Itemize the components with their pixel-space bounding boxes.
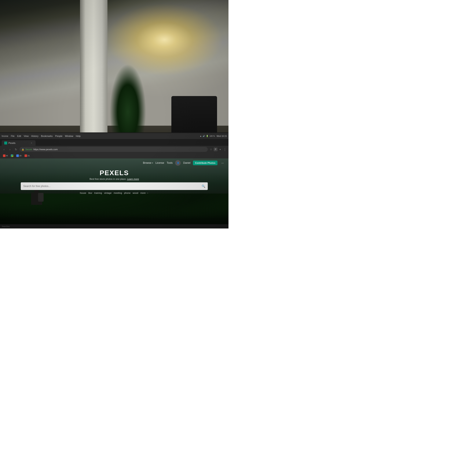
search-box[interactable]: 🔍 [21,182,208,190]
bookmark-star-icon[interactable]: ☆ [209,147,213,151]
back-button[interactable]: ‹ [2,147,6,152]
menu-window[interactable]: Window [65,135,73,137]
browse-dropdown-arrow: ▾ [152,162,153,164]
address-bar-row: ‹ › ↻ 🔒 Secure https://www.pexels.com ☆ … [0,146,228,153]
tab-title: Pexels [8,142,16,144]
secure-label: Secure [25,148,32,151]
refresh-button[interactable]: ↻ [14,147,18,152]
calendar-favicon [16,154,19,157]
suggestion-house[interactable]: house [80,192,86,194]
menu-bookmarks[interactable]: Bookmarks [41,135,53,137]
forward-button[interactable]: › [8,147,12,152]
menu-dots-icon[interactable]: ⋮ [223,147,227,151]
tab-bar: Pexels × [0,139,228,146]
browser-window: hrome File Edit View History Bookmarks P… [0,133,228,228]
drive-favicon [11,154,13,157]
monitor-bezel: hrome File Edit View History Bookmarks P… [0,133,228,228]
plant [110,64,146,144]
gmail-favicon [3,154,5,157]
menu-file[interactable]: File [11,135,15,137]
subtitle-text: Best free stock photos in one place. [89,178,126,180]
chrome-os-bar: hrome File Edit View History Bookmarks P… [0,133,228,139]
battery-percent: 100 % [209,135,215,137]
pexels-nav-links: Browse ▾ License Tools 👤 Daniel Contribu… [143,160,225,166]
chrome-menu-items: hrome File Edit View History Bookmarks P… [2,135,81,137]
contribute-photos-button[interactable]: Contribute Photos [193,161,218,165]
clock: Wed 16:15 [217,135,227,137]
menu-history[interactable]: History [31,135,38,137]
browse-label: Browse [143,161,152,164]
battery-icon: 🔋 [206,135,208,137]
bottom-bar-text: Searches [2,225,10,227]
browse-nav-link[interactable]: Browse ▾ [143,161,153,164]
suggestion-vintage[interactable]: vintage [104,192,112,194]
pexels-logo: PEXELS [100,169,129,177]
address-field[interactable]: 🔒 Secure https://www.pexels.com [19,147,208,152]
address-toolbar-right: ☆ P ♥ ⋮ [209,147,227,151]
suggestion-phone[interactable]: phone [124,192,131,194]
suggestion-training[interactable]: training [94,192,102,194]
wifi-icon: ▲ [200,135,202,137]
url-display[interactable]: https://www.pexels.com [34,148,58,151]
search-input[interactable] [23,185,200,188]
tools-nav-link[interactable]: Tools [167,161,173,164]
volume-icon: 🔊 [203,135,205,137]
extension-icon-1[interactable]: P [214,147,218,151]
bookmarks-bar: M 20 21 [0,153,228,158]
suggestion-meeting[interactable]: meeting [114,192,122,194]
menu-edit[interactable]: Edit [17,135,21,137]
pexels-website: Browse ▾ License Tools 👤 Daniel Contribu… [0,158,228,228]
nav-more-button[interactable]: ··· [220,160,225,165]
bookmark-calendar[interactable]: 20 [15,153,23,158]
menu-view[interactable]: View [24,135,29,137]
menu-people[interactable]: People [55,135,62,137]
menu-chrome[interactable]: hrome [2,135,8,137]
status-icons: ▲ 🔊 🔋 100 % [200,135,215,137]
search-suggestions: house blur training vintage meeting phon… [21,192,208,194]
tab-close-button[interactable]: × [30,141,33,144]
learn-more-link[interactable]: Learn more [127,178,139,180]
hero-content: PEXELS Best free stock photos in one pla… [0,169,228,194]
tab-favicon [4,141,7,144]
bookmark-todoist[interactable]: 21 [23,153,31,158]
search-icon: 🔍 [202,185,205,188]
chrome-right-items: ▲ 🔊 🔋 100 % Wed 16:15 [200,135,227,137]
user-avatar[interactable]: 👤 [175,160,181,166]
suggestion-blur[interactable]: blur [88,192,92,194]
bookmark-drive[interactable] [10,153,15,158]
bookmark-gmail[interactable]: M [2,153,9,158]
license-nav-link[interactable]: License [155,161,164,164]
active-tab[interactable]: Pexels × [2,140,35,146]
pillar [80,0,107,149]
todoist-favicon [25,154,27,157]
menu-help[interactable]: Help [76,135,81,137]
bottom-bar: Searches [0,224,228,228]
secure-icon: 🔒 [22,148,24,151]
user-name-label[interactable]: Daniel [183,161,190,164]
suggestion-more[interactable]: more → [140,192,149,194]
extension-icon-2[interactable]: ♥ [218,147,222,151]
pexels-nav: Browse ▾ License Tools 👤 Daniel Contribu… [0,158,228,167]
suggestion-wood[interactable]: wood [133,192,138,194]
hero-subtitle: Best free stock photos in one place. Lea… [89,178,139,180]
avatar-icon: 👤 [177,162,179,164]
